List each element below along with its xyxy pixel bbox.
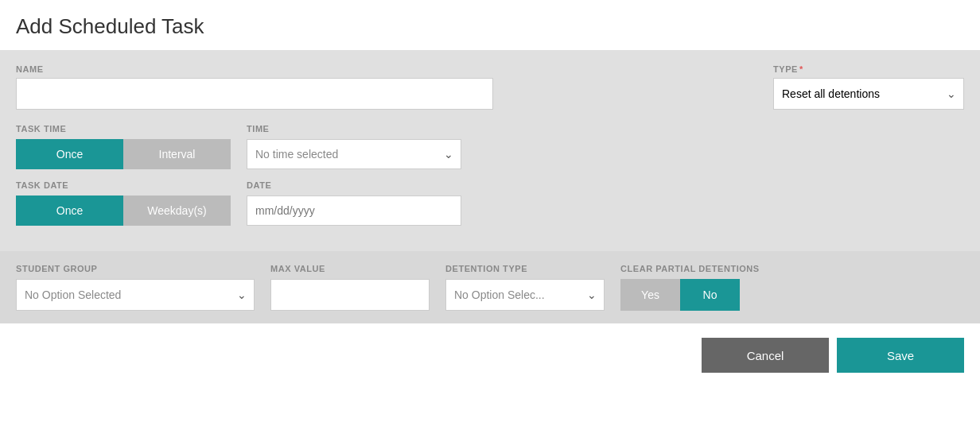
main-form: NAME TYPE* Reset all detentions ⌄ TASK T… (0, 50, 980, 251)
time-group: TIME No time selected ⌄ (247, 124, 461, 169)
max-value-label: MAX VALUE (270, 264, 430, 273)
footer: Cancel Save (0, 323, 980, 387)
task-date-row: TASK DATE Once Weekday(s) DATE (16, 180, 964, 226)
type-select-wrapper: Reset all detentions ⌄ (773, 78, 964, 110)
clear-partial-label: CLEAR PARTIAL DETENTIONS (620, 264, 760, 273)
task-date-label: TASK DATE (16, 180, 231, 190)
student-group-field: STUDENT GROUP No Option Selected ⌄ (16, 264, 255, 311)
task-date-group: TASK DATE Once Weekday(s) (16, 180, 231, 226)
task-date-once-button[interactable]: Once (16, 196, 123, 226)
task-time-toggle: Once Interval (16, 139, 231, 169)
task-date-toggle: Once Weekday(s) (16, 196, 231, 226)
type-field-group: TYPE* Reset all detentions ⌄ (773, 64, 964, 110)
top-row: NAME TYPE* Reset all detentions ⌄ (16, 64, 964, 110)
name-label: NAME (16, 64, 757, 74)
task-time-row: TASK TIME Once Interval TIME No time sel… (16, 124, 964, 169)
task-date-weekdays-button[interactable]: Weekday(s) (123, 196, 231, 226)
time-select-wrapper: No time selected ⌄ (247, 139, 461, 169)
time-select[interactable]: No time selected (247, 139, 461, 169)
no-button[interactable]: No (680, 279, 740, 311)
save-button[interactable]: Save (837, 338, 964, 373)
task-time-group: TASK TIME Once Interval (16, 124, 231, 169)
bottom-options-area: STUDENT GROUP No Option Selected ⌄ MAX V… (0, 251, 980, 323)
required-star: * (799, 64, 803, 74)
student-group-label: STUDENT GROUP (16, 264, 255, 273)
task-time-interval-button[interactable]: Interval (123, 139, 231, 169)
date-input[interactable] (247, 196, 461, 226)
date-group: DATE (247, 180, 461, 226)
yes-no-toggle: Yes No (620, 279, 740, 311)
student-group-select[interactable]: No Option Selected (16, 279, 255, 311)
detention-type-select[interactable]: No Option Selec... (445, 279, 605, 311)
cancel-button[interactable]: Cancel (702, 338, 829, 373)
name-field-group: NAME (16, 64, 757, 110)
detention-type-label: DETENTION TYPE (445, 264, 605, 273)
detention-type-wrapper: No Option Selec... ⌄ (445, 279, 605, 311)
detention-type-field: DETENTION TYPE No Option Selec... ⌄ (445, 264, 605, 311)
yes-button[interactable]: Yes (620, 279, 680, 311)
date-label: DATE (247, 180, 461, 190)
page-title: Add Scheduled Task (0, 0, 980, 50)
max-value-field: MAX VALUE (270, 264, 430, 311)
type-select[interactable]: Reset all detentions (773, 78, 964, 110)
clear-partial-group: CLEAR PARTIAL DETENTIONS Yes No (620, 264, 760, 311)
max-value-input[interactable] (270, 279, 430, 311)
name-input[interactable] (16, 78, 493, 110)
student-group-wrapper: No Option Selected ⌄ (16, 279, 255, 311)
time-label: TIME (247, 124, 461, 134)
task-time-once-button[interactable]: Once (16, 139, 123, 169)
type-label: TYPE* (773, 64, 964, 74)
task-time-label: TASK TIME (16, 124, 231, 134)
